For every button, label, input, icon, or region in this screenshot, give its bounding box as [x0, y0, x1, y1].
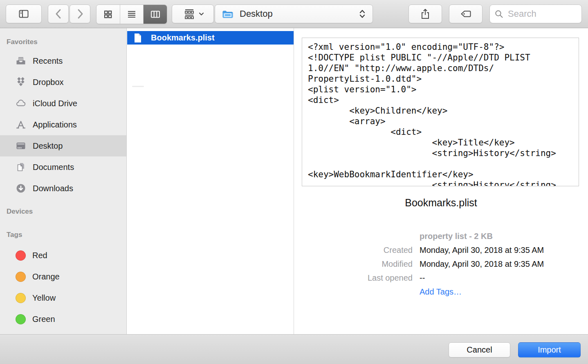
file-info-panel: property list - 2 KB Created Monday, Apr… [294, 229, 588, 299]
folder-icon [222, 8, 234, 20]
file-list-column: Bookmarks.plist [127, 28, 294, 334]
desktop-icon [15, 140, 27, 152]
forward-button[interactable] [70, 4, 90, 23]
tag-color-dot [16, 272, 26, 282]
search-input[interactable] [507, 8, 577, 20]
created-value: Monday, April 30, 2018 at 9:35 AM [420, 243, 588, 257]
tag-label: Red [32, 251, 47, 260]
sidebar-item-label: Dropbox [33, 78, 64, 87]
chevron-right-icon [76, 9, 84, 19]
sidebar-item-label: Downloads [33, 184, 73, 193]
list-view-icon [126, 8, 138, 20]
sidebar-item-label: Documents [33, 163, 74, 172]
file-name: Bookmarks.plist [151, 33, 215, 42]
updown-chevrons-icon [359, 9, 366, 19]
documents-icon [15, 161, 27, 173]
list-view-button[interactable] [120, 5, 144, 24]
cancel-button[interactable]: Cancel [449, 342, 510, 357]
back-button[interactable] [48, 4, 69, 23]
import-button[interactable]: Import [518, 342, 581, 357]
tag-button[interactable] [449, 4, 483, 23]
sidebar: Favorites Recents Dropbox [0, 28, 127, 334]
search-icon [494, 9, 504, 19]
column-view-icon [149, 8, 162, 20]
tag-label: Orange [32, 272, 60, 281]
sidebar-tag-yellow[interactable]: Yellow [0, 287, 126, 308]
dialog-footer: Cancel Import [0, 334, 588, 364]
tags-heading: Tags [0, 230, 126, 239]
sidebar-item-label: Desktop [33, 141, 63, 151]
kind-label-spacer [294, 229, 413, 243]
toolbar: Desktop [0, 0, 588, 28]
share-button[interactable] [408, 4, 442, 23]
document-icon [133, 33, 142, 43]
share-icon [419, 8, 431, 20]
main-content: Favorites Recents Dropbox [0, 28, 588, 334]
group-view-icon [182, 8, 197, 20]
dropbox-icon [15, 76, 27, 88]
location-popup-button[interactable]: Desktop [215, 4, 373, 23]
sidebar-item-icloud-drive[interactable]: iCloud Drive [0, 93, 126, 114]
chevron-left-icon [54, 9, 63, 19]
file-kind-size: property list - 2 KB [420, 229, 588, 243]
last-opened-value: -- [420, 271, 588, 285]
created-label: Created [294, 243, 413, 257]
sidebar-tag-green[interactable]: Green [0, 308, 126, 330]
sidebar-toggle-button[interactable] [6, 4, 42, 23]
sidebar-item-dropbox[interactable]: Dropbox [0, 71, 126, 93]
sidebar-item-desktop[interactable]: Desktop [0, 135, 126, 156]
favorites-heading: Favorites [0, 38, 126, 47]
tag-color-dot [16, 293, 26, 303]
modified-value: Monday, April 30, 2018 at 9:35 AM [420, 257, 588, 271]
tag-label: Yellow [32, 293, 56, 303]
quicklook-text-preview[interactable]: <?xml version="1.0" encoding="UTF-8"?> <… [302, 38, 579, 186]
view-mode-segmented-control [96, 4, 167, 24]
file-row-bookmarks-plist[interactable]: Bookmarks.plist [127, 31, 294, 45]
downloads-icon [15, 182, 27, 194]
devices-heading: Devices [0, 207, 126, 216]
modified-label: Modified [294, 257, 413, 271]
tag-icon [460, 8, 472, 20]
sidebar-item-recents[interactable]: Recents [0, 50, 126, 71]
tag-color-dot [16, 314, 26, 324]
group-button[interactable] [172, 4, 214, 23]
column-view-button[interactable] [144, 5, 167, 24]
icon-view-button[interactable] [97, 5, 120, 24]
chevron-down-icon [199, 12, 204, 16]
finder-import-dialog: Desktop [0, 0, 588, 364]
sidebar-item-documents[interactable]: Documents [0, 156, 126, 178]
sidebar-toggle-icon [17, 8, 30, 20]
sidebar-tag-orange[interactable]: Orange [0, 266, 126, 287]
sidebar-item-label: Recents [33, 56, 63, 66]
placeholder-row-line [132, 86, 144, 87]
add-tags-spacer [294, 285, 413, 299]
grid-view-icon [102, 8, 114, 20]
tag-label: Green [32, 315, 55, 324]
search-field [489, 4, 582, 23]
sidebar-item-applications[interactable]: Applications [0, 114, 126, 135]
preview-file-title: Bookmarks.plist [294, 197, 588, 209]
recents-icon [15, 55, 27, 67]
last-opened-label: Last opened [294, 271, 413, 285]
sidebar-item-label: Applications [33, 120, 77, 130]
applications-icon [15, 118, 27, 131]
add-tags-link[interactable]: Add Tags… [420, 287, 462, 296]
icloud-icon [15, 97, 27, 109]
sidebar-item-label: iCloud Drive [33, 99, 77, 108]
tag-color-dot [16, 250, 26, 261]
sidebar-tag-red[interactable]: Red [0, 245, 126, 266]
location-label: Desktop [240, 9, 359, 19]
sidebar-item-downloads[interactable]: Downloads [0, 178, 126, 199]
preview-column: <?xml version="1.0" encoding="UTF-8"?> <… [294, 28, 588, 334]
